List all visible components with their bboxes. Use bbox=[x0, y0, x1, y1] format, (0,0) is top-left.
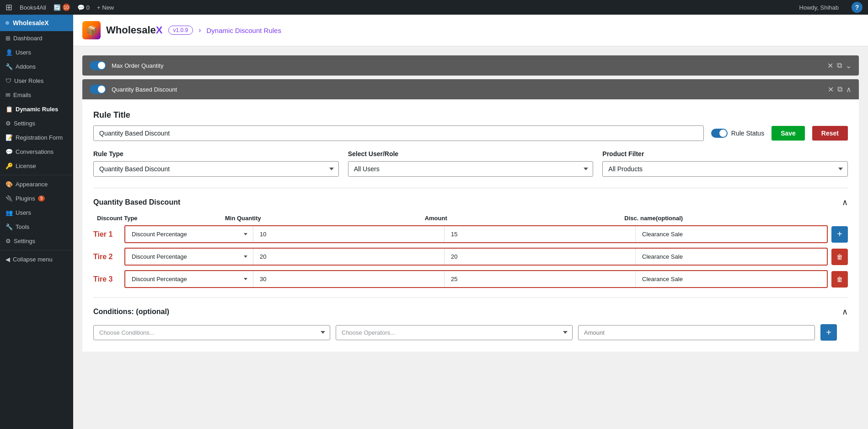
user-role-group: Select User/Role All Users Wholesale Cus… bbox=[348, 150, 594, 177]
toggle-quantity[interactable] bbox=[90, 85, 106, 94]
tier3-type-select[interactable]: Discount Percentage Fixed Discount Fixed… bbox=[128, 273, 250, 285]
sidebar-item-user-roles[interactable]: 🛡 User Roles bbox=[0, 74, 73, 88]
toggle-track-quantity[interactable] bbox=[90, 85, 106, 94]
tier1-type-select[interactable]: Discount Percentage Fixed Discount Fixed… bbox=[128, 228, 250, 240]
tier2-amount-input[interactable] bbox=[447, 250, 632, 263]
tier2-amount-cell bbox=[445, 249, 636, 265]
expand-rule-icon[interactable]: ⌄ bbox=[846, 61, 852, 70]
version-badge: v1.0.9 bbox=[168, 26, 193, 35]
sidebar-item-dynamic-rules[interactable]: 📋 Dynamic Rules bbox=[0, 102, 73, 116]
sidebar-brand[interactable]: WholesaleX bbox=[0, 15, 73, 31]
delete-tier3-button[interactable]: 🗑 bbox=[831, 271, 848, 288]
tier-row-3: Tire 3 Discount Percentage Fixed Discoun… bbox=[93, 270, 848, 288]
sidebar-item-wp-settings[interactable]: ⚙ Settings bbox=[0, 234, 73, 248]
operators-select[interactable]: Choose Operators... bbox=[336, 325, 573, 340]
updates-icon: 🔄 bbox=[54, 4, 61, 11]
sidebar-item-dashboard[interactable]: ⊞ Dashboard bbox=[0, 31, 73, 45]
copy-rule-icon[interactable]: ⧉ bbox=[837, 61, 842, 70]
discount-section-header: Quantity Based Discount ∧ bbox=[93, 197, 848, 207]
tier2-quantity-input[interactable] bbox=[256, 250, 441, 263]
add-tier-button[interactable]: + bbox=[831, 226, 848, 243]
tier1-type-cell: Discount Percentage Fixed Discount Fixed… bbox=[125, 226, 253, 242]
tier2-type-select[interactable]: Discount Percentage Fixed Discount Fixed… bbox=[128, 250, 250, 263]
close-quantity-rule-icon[interactable]: ✕ bbox=[828, 85, 834, 94]
tier-row-2: Tire 2 Discount Percentage Fixed Discoun… bbox=[93, 248, 848, 266]
sidebar-item-users[interactable]: 👤 Users bbox=[0, 45, 73, 60]
conditions-select[interactable]: Choose Conditions... bbox=[93, 325, 330, 340]
rule-label-quantity: Quantity Based Discount bbox=[112, 86, 177, 93]
tier1-quantity-input[interactable] bbox=[256, 228, 441, 240]
breadcrumb-link[interactable]: Dynamic Discount Rules bbox=[207, 27, 281, 34]
plugin-header: 📦 WholesaleX v1.0.9 › Dynamic Discount R… bbox=[73, 15, 868, 46]
dashboard-icon: ⊞ bbox=[5, 35, 11, 42]
sidebar-item-conversations[interactable]: 💬 Conversations bbox=[0, 145, 73, 159]
comments-icon: 💬 bbox=[77, 4, 85, 11]
tools-icon: 🔧 bbox=[5, 223, 13, 230]
col-discount-type: Discount Type bbox=[93, 215, 221, 222]
wp-users-icon: 👥 bbox=[5, 209, 13, 216]
help-button[interactable]: ? bbox=[852, 2, 863, 13]
rule-title-input[interactable] bbox=[93, 125, 704, 141]
delete-tier2-button[interactable]: 🗑 bbox=[831, 249, 848, 265]
col-disc-name: Disc. name(optional) bbox=[621, 215, 820, 222]
rule-expanded-content: Rule Title Rule Status Save R bbox=[82, 99, 859, 352]
conditions-collapse-icon[interactable]: ∧ bbox=[842, 307, 848, 317]
rule-status-track[interactable] bbox=[711, 129, 728, 138]
registration-icon: 📝 bbox=[5, 134, 13, 141]
user-greeting: Howdy, Shihab bbox=[799, 4, 839, 11]
rule-status-toggle[interactable] bbox=[711, 129, 728, 138]
breadcrumb-arrow-icon: › bbox=[198, 26, 201, 34]
toggle-max-order[interactable] bbox=[90, 61, 106, 70]
rule-card-quantity: Quantity Based Discount ✕ ⧉ ∧ Rule Title bbox=[82, 79, 859, 352]
product-filter-select[interactable]: All Products Specific Products Product C… bbox=[602, 161, 848, 177]
site-name[interactable]: Books4All bbox=[20, 4, 46, 11]
tier2-row: Discount Percentage Fixed Discount Fixed… bbox=[124, 248, 828, 266]
save-button[interactable]: Save bbox=[772, 126, 805, 141]
tier1-discname-input[interactable] bbox=[638, 228, 824, 240]
tier3-amount-input[interactable] bbox=[447, 273, 632, 285]
rule-title-section: Rule Title Rule Status Save R bbox=[93, 110, 848, 141]
tier1-discname-cell bbox=[636, 226, 827, 242]
new-item[interactable]: + New bbox=[97, 4, 114, 11]
updates-item[interactable]: 🔄 10 bbox=[54, 4, 70, 11]
comments-item[interactable]: 💬 0 bbox=[77, 4, 90, 11]
conditions-amount-input[interactable] bbox=[578, 325, 815, 340]
sidebar-item-plugins[interactable]: 🔌 Plugins 9 bbox=[0, 191, 73, 206]
collapse-quantity-rule-icon[interactable]: ∧ bbox=[846, 85, 852, 94]
sidebar-item-license[interactable]: 🔑 License bbox=[0, 159, 73, 173]
sidebar-item-emails[interactable]: ✉ Emails bbox=[0, 88, 73, 102]
sidebar-item-collapse[interactable]: ◀ Collapse menu bbox=[0, 252, 73, 266]
tier3-quantity-input[interactable] bbox=[256, 273, 441, 285]
sidebar-item-appearance[interactable]: 🎨 Appearance bbox=[0, 177, 73, 191]
sidebar-item-settings[interactable]: ⚙ Settings bbox=[0, 116, 73, 130]
tier3-discname-input[interactable] bbox=[638, 273, 824, 285]
tier2-discname-cell bbox=[636, 249, 827, 265]
sidebar-item-wp-users[interactable]: 👥 Users bbox=[0, 206, 73, 220]
copy-quantity-rule-icon[interactable]: ⧉ bbox=[837, 85, 842, 93]
reset-button[interactable]: Reset bbox=[812, 126, 848, 141]
discount-collapse-icon[interactable]: ∧ bbox=[842, 197, 848, 207]
tier3-discname-cell bbox=[636, 271, 827, 287]
conditions-row: Choose Conditions... Choose Operators...… bbox=[93, 324, 848, 341]
wp-logo-icon[interactable]: ⊞ bbox=[5, 2, 12, 12]
tier2-discname-input[interactable] bbox=[638, 250, 824, 263]
rule-title-row: Rule Status Save Reset bbox=[93, 125, 848, 141]
sidebar-item-registration-form[interactable]: 📝 Registration Form bbox=[0, 130, 73, 145]
settings-icon: ⚙ bbox=[5, 120, 11, 127]
sidebar-item-addons[interactable]: 🔧 Addons bbox=[0, 60, 73, 74]
rule-type-select[interactable]: Quantity Based Discount Price Based Disc… bbox=[93, 161, 339, 177]
license-icon: 🔑 bbox=[5, 163, 13, 169]
user-role-select[interactable]: All Users Wholesale Customer Retailer bbox=[348, 161, 594, 177]
tier3-type-cell: Discount Percentage Fixed Discount Fixed… bbox=[125, 271, 253, 287]
sidebar-divider bbox=[0, 175, 73, 175]
add-condition-button[interactable]: + bbox=[820, 324, 837, 341]
tier1-amount-input[interactable] bbox=[447, 228, 632, 240]
tier3-amount-cell bbox=[445, 271, 636, 287]
rule-title-label: Rule Title bbox=[93, 110, 848, 120]
toggle-thumb bbox=[98, 62, 105, 69]
sidebar: WholesaleX ⊞ Dashboard 👤 Users 🔧 Addons … bbox=[0, 15, 73, 429]
sidebar-item-tools[interactable]: 🔧 Tools bbox=[0, 220, 73, 234]
toggle-track[interactable] bbox=[90, 61, 106, 70]
col-amount: Amount bbox=[421, 215, 621, 222]
close-rule-icon[interactable]: ✕ bbox=[827, 61, 833, 70]
